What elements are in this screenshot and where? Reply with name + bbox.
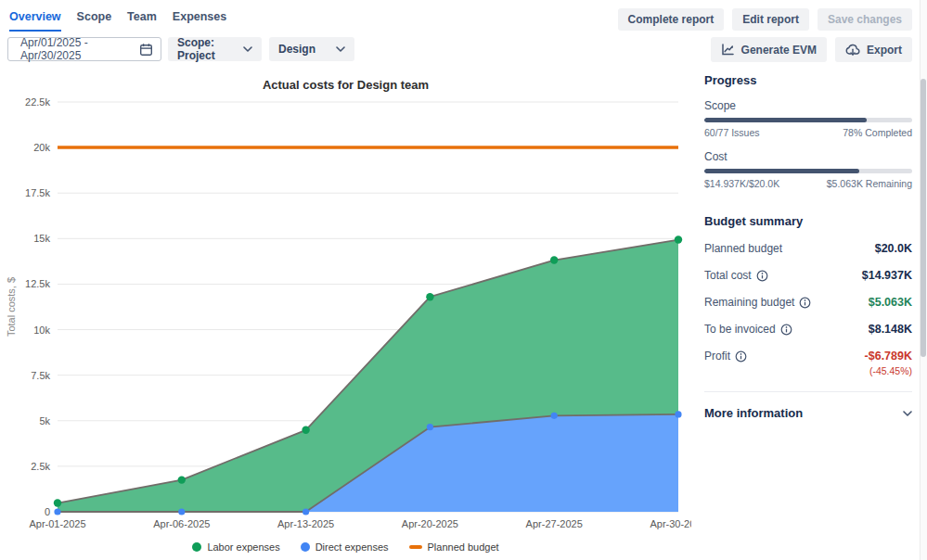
vertical-scrollbar[interactable] <box>920 0 927 560</box>
tab-team[interactable]: Team <box>127 10 157 32</box>
budget-row-label: Remaining budget <box>704 296 811 309</box>
chevron-down-icon <box>336 46 345 52</box>
cost-progress-bar <box>704 169 912 173</box>
cost-report-page: OverviewScopeTeamExpenses Complete repor… <box>0 0 927 560</box>
budget-row-value: $8.148K <box>869 323 912 336</box>
export-label: Export <box>867 45 902 56</box>
team-dropdown[interactable]: Design <box>269 37 354 61</box>
tab-scope[interactable]: Scope <box>77 10 112 32</box>
chart-legend: Labor expensesDirect expensesPlanned bud… <box>0 541 691 553</box>
legend-item-labor-expenses[interactable]: Labor expenses <box>192 541 279 553</box>
budget-row-subvalue: (-45.45%) <box>865 365 912 376</box>
cost-progress-label: Cost <box>704 150 912 163</box>
chevron-down-icon <box>903 411 912 416</box>
svg-text:15k: 15k <box>33 233 50 244</box>
budget-row-label: Total cost <box>704 269 768 282</box>
scrollbar-thumb[interactable] <box>921 79 926 357</box>
more-information-toggle[interactable]: More information <box>704 391 912 420</box>
tab-expenses[interactable]: Expenses <box>173 10 226 32</box>
svg-text:Apr-30-2025: Apr-30-2025 <box>650 518 691 529</box>
report-action-buttons: Complete report Edit report Save changes <box>618 8 912 31</box>
budget-row: Remaining budget$5.063K <box>704 296 912 309</box>
info-icon[interactable] <box>756 270 768 282</box>
svg-text:2.5k: 2.5k <box>31 461 50 472</box>
legend-dot-swatch <box>301 542 310 552</box>
budget-row-value: $14.937K <box>862 269 912 282</box>
date-range-value: Apr/01/2025 - Apr/30/2025 <box>20 36 139 62</box>
progress-heading: Progress <box>704 73 912 87</box>
svg-text:Total costs, $: Total costs, $ <box>6 277 17 337</box>
cloud-download-icon <box>845 44 860 57</box>
budget-row-label: Planned budget <box>704 242 782 255</box>
budget-row-label-text: Profit <box>704 350 730 363</box>
report-side-panel: Progress Scope 60/77 Issues 78% Complete… <box>704 73 912 420</box>
svg-text:Apr-20-2025: Apr-20-2025 <box>402 518 458 529</box>
budget-row-value: $5.063K <box>869 296 912 309</box>
export-button[interactable]: Export <box>835 37 912 62</box>
report-tabs: OverviewScopeTeamExpenses <box>9 10 226 32</box>
legend-label: Labor expenses <box>207 541 279 553</box>
budget-row: To be invoiced$8.148K <box>704 323 912 336</box>
chevron-down-icon <box>243 46 252 52</box>
svg-text:12.5k: 12.5k <box>25 278 50 289</box>
calendar-icon <box>139 43 153 57</box>
scope-completed-percent: 78% Completed <box>843 127 912 138</box>
svg-text:17.5k: 17.5k <box>25 187 50 198</box>
svg-text:Apr-01-2025: Apr-01-2025 <box>29 518 85 529</box>
legend-item-direct-expenses[interactable]: Direct expenses <box>301 541 389 553</box>
svg-text:22.5k: 22.5k <box>25 96 50 108</box>
scope-progress-label: Scope <box>704 99 912 112</box>
edit-report-button[interactable]: Edit report <box>732 8 809 31</box>
legend-dot-swatch <box>192 542 201 552</box>
evm-chart-icon <box>721 43 735 57</box>
svg-text:10k: 10k <box>33 325 50 336</box>
budget-summary-rows: Planned budget$20.0KTotal cost$14.937KRe… <box>704 242 912 376</box>
budget-row: Total cost$14.937K <box>704 269 912 282</box>
complete-report-button[interactable]: Complete report <box>618 8 725 31</box>
budget-row-value: -$6.789K <box>865 350 912 363</box>
legend-line-swatch <box>409 545 422 549</box>
legend-label: Planned budget <box>428 541 499 553</box>
team-dropdown-value: Design <box>278 43 315 56</box>
svg-text:7.5k: 7.5k <box>31 370 50 381</box>
chart-action-buttons: Generate EVM Export <box>711 37 912 62</box>
svg-text:Apr-06-2025: Apr-06-2025 <box>153 518 210 529</box>
save-changes-button[interactable]: Save changes <box>818 8 912 31</box>
svg-text:5k: 5k <box>39 415 50 426</box>
cost-progress-fill <box>704 169 859 173</box>
date-range-input[interactable]: Apr/01/2025 - Apr/30/2025 <box>7 37 161 61</box>
svg-text:Apr-13-2025: Apr-13-2025 <box>277 518 334 529</box>
svg-text:20k: 20k <box>33 142 50 153</box>
legend-label: Direct expenses <box>315 541 389 553</box>
actual-costs-chart[interactable]: 02.5k5k7.5k10k12.5k15k17.5k20k22.5kTotal… <box>0 70 691 560</box>
actual-costs-chart-area: Actual costs for Design team 02.5k5k7.5k… <box>0 70 691 560</box>
cost-remaining-amount: $5.063K Remaining <box>827 178 912 189</box>
budget-row-label: Profit <box>704 350 747 363</box>
generate-evm-label: Generate EVM <box>741 45 817 56</box>
info-icon[interactable] <box>735 350 747 363</box>
budget-row-value: $20.0K <box>875 242 912 255</box>
generate-evm-button[interactable]: Generate EVM <box>711 37 827 62</box>
budget-summary-heading: Budget summary <box>704 214 912 228</box>
info-icon[interactable] <box>780 324 792 336</box>
budget-row-label-text: Total cost <box>704 269 752 282</box>
tab-overview[interactable]: Overview <box>9 10 61 32</box>
cost-spent-amount: $14.937K/$20.0K <box>704 178 779 189</box>
budget-row-label-text: To be invoiced <box>704 323 776 336</box>
budget-row-label: To be invoiced <box>704 323 792 336</box>
scope-progress-bar <box>704 118 912 122</box>
more-information-label: More information <box>704 406 803 420</box>
svg-text:Apr-27-2025: Apr-27-2025 <box>526 518 583 529</box>
budget-row-label-text: Planned budget <box>704 242 782 255</box>
scope-issues-count: 60/77 Issues <box>704 127 760 138</box>
legend-item-planned-budget[interactable]: Planned budget <box>409 541 499 553</box>
scope-dropdown-value: Scope: Project <box>177 36 243 62</box>
budget-row-label-text: Remaining budget <box>704 296 794 309</box>
scope-dropdown[interactable]: Scope: Project <box>168 37 262 61</box>
budget-row: Planned budget$20.0K <box>704 242 912 255</box>
info-icon[interactable] <box>799 297 811 309</box>
svg-text:0: 0 <box>45 506 50 517</box>
scope-progress-fill <box>704 118 867 122</box>
budget-row: Profit-$6.789K(-45.45%) <box>704 350 912 376</box>
